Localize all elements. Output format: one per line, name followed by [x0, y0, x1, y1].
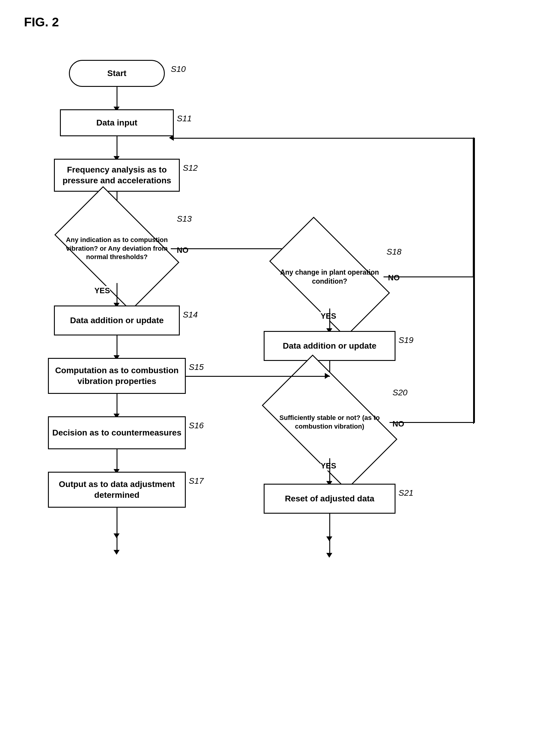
- arrow-s11-s12: [117, 136, 117, 157]
- arrow-s15-s20-h: [186, 376, 330, 377]
- label-s14: S14: [183, 310, 198, 320]
- label-s21: S21: [399, 488, 413, 498]
- figure-title: FIG. 2: [24, 15, 59, 29]
- arrow-exit-s21: [329, 539, 330, 554]
- step-s19: Data addition or update: [264, 331, 396, 361]
- step-s14: Data addition or update: [54, 306, 180, 336]
- arrowhead-s18-no-back: [169, 135, 174, 141]
- arrow-s10-s11: [117, 87, 117, 108]
- no-label-s20: NO: [393, 419, 404, 428]
- no-label-s18: NO: [388, 273, 400, 283]
- label-s13: S13: [177, 214, 192, 224]
- arrow-s13-s14: [117, 283, 117, 304]
- step-s10: Start: [69, 60, 165, 87]
- arrow-s17-down: [117, 508, 117, 535]
- label-s19: S19: [399, 336, 413, 345]
- arrow-s20-s21: [329, 458, 330, 482]
- flowchart: Start S10 Data input S11 Frequency analy…: [24, 48, 533, 719]
- label-s10: S10: [171, 64, 186, 74]
- label-s17: S17: [189, 476, 204, 486]
- arrow-exit-s17: [117, 536, 117, 551]
- yes-label-s18: YES: [321, 312, 336, 321]
- label-s20: S20: [393, 388, 407, 397]
- label-s16: S16: [189, 421, 204, 430]
- step-s12: Frequency analysis as to pressure and ac…: [54, 159, 180, 192]
- arrow-s21-down: [329, 514, 330, 538]
- no-label-s13: NO: [177, 246, 188, 255]
- arrow-s18-no-h: [384, 277, 473, 277]
- arrowhead-exit: [114, 550, 120, 555]
- yes-label-s13: YES: [94, 286, 110, 295]
- label-s11: S11: [177, 114, 192, 123]
- right-border: [473, 138, 474, 424]
- step-s21: Reset of adjusted data: [264, 484, 396, 514]
- yes-label-s20: YES: [321, 461, 336, 470]
- step-s11: Data input: [60, 109, 174, 136]
- label-s12: S12: [183, 163, 198, 173]
- arrow-s15-s16: [117, 394, 117, 415]
- arrow-s14-s15: [117, 336, 117, 357]
- label-s15: S15: [189, 363, 204, 372]
- label-s18: S18: [387, 247, 401, 257]
- arrow-s16-s17: [117, 449, 117, 470]
- arrow-s20-no-h: [390, 422, 475, 423]
- arrow-s18-s19: [329, 309, 330, 330]
- step-s17: Output as to data adjustment determined: [48, 472, 186, 508]
- arrowhead-s15-s20: [325, 373, 330, 379]
- arrowhead-exit-s21: [326, 553, 332, 558]
- step-s15: Computation as to combustion vibration p…: [48, 358, 186, 394]
- arrow-s18-no-back-h: [174, 138, 474, 139]
- step-s16: Decision as to countermeasures: [48, 416, 186, 449]
- arrow-s20-no-v: [474, 138, 475, 423]
